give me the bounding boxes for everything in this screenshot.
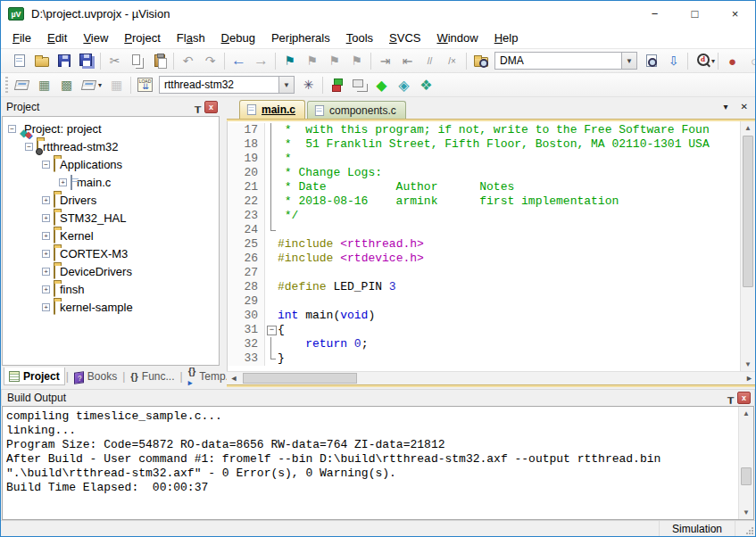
collapse-icon[interactable]: − xyxy=(25,143,33,151)
tree-item-finsh[interactable]: +finsh xyxy=(3,280,219,298)
batch-build-caret-icon[interactable]: ▾ xyxy=(98,81,105,89)
tree-item-cortex-m3[interactable]: +CORTEX-M3 xyxy=(3,244,219,262)
menu-project[interactable]: Project xyxy=(116,29,168,47)
menu-view[interactable]: View xyxy=(75,29,116,47)
editor-horizontal-scrollbar[interactable]: ◄ ► xyxy=(227,371,755,384)
expand-icon[interactable]: + xyxy=(42,232,50,240)
find-in-files-icon[interactable] xyxy=(470,51,491,70)
batch-build-icon[interactable] xyxy=(79,75,99,95)
cut-icon[interactable]: ✂ xyxy=(104,51,125,70)
minimize-button[interactable]: − xyxy=(635,1,675,27)
new-file-icon[interactable] xyxy=(9,51,29,70)
manage-components-icon[interactable] xyxy=(327,75,347,95)
menu-tools[interactable]: Tools xyxy=(338,29,381,47)
previous-bookmark-icon[interactable]: ⚑ xyxy=(302,51,322,70)
find-box-dropdown-icon[interactable]: ▼ xyxy=(621,53,636,69)
paste-icon[interactable] xyxy=(149,51,170,70)
disable-breakpoint-icon[interactable]: ○ xyxy=(744,51,755,70)
file-extensions-icon[interactable] xyxy=(349,75,370,95)
fold-collapse-icon[interactable] xyxy=(265,323,278,337)
editor-hscroll-thumb[interactable] xyxy=(243,373,357,384)
save-all-icon[interactable] xyxy=(76,51,96,70)
expand-icon[interactable]: + xyxy=(42,250,50,258)
close-document-icon[interactable]: ✕ xyxy=(741,102,748,112)
expand-icon[interactable]: + xyxy=(42,303,50,311)
clear-bookmarks-icon[interactable]: ⚑ xyxy=(346,51,367,70)
expand-icon[interactable]: + xyxy=(42,214,50,222)
menu-flash[interactable]: Flash xyxy=(169,29,213,47)
save-icon[interactable] xyxy=(54,51,74,70)
translate-file-icon[interactable] xyxy=(12,75,32,95)
rebuild-all-icon[interactable]: ▩ xyxy=(56,75,77,95)
scroll-left-icon[interactable]: ◄ xyxy=(227,374,241,383)
stop-build-icon[interactable]: ▦ xyxy=(106,75,127,95)
menu-help[interactable]: Help xyxy=(486,29,527,47)
pin-icon[interactable]: ┰ xyxy=(195,102,201,112)
tree-item-kernel-sample[interactable]: +kernel-sample xyxy=(3,298,219,316)
build-scroll-up-icon[interactable]: ▲ xyxy=(739,407,753,420)
menu-file[interactable]: File xyxy=(4,29,39,47)
panel-tab-books[interactable]: Books xyxy=(70,368,121,385)
maximize-button[interactable]: □ xyxy=(675,1,715,27)
pack-installer-icon[interactable]: ❖ xyxy=(416,75,436,95)
expand-icon[interactable]: + xyxy=(42,285,50,293)
find-dialog-icon[interactable] xyxy=(692,51,712,70)
copy-icon[interactable] xyxy=(127,51,147,70)
manage-project-items-icon[interactable]: ◈ xyxy=(394,75,414,95)
editor-vertical-scrollbar[interactable]: ▲ ▼ xyxy=(740,121,755,371)
uncomment-icon[interactable]: /× xyxy=(442,51,462,70)
menu-peripherals[interactable]: Peripherals xyxy=(263,29,338,47)
tree-item-main-c[interactable]: +main.c xyxy=(3,173,219,191)
expand-icon[interactable]: + xyxy=(42,196,50,204)
insert-bookmark-icon[interactable]: ⚑ xyxy=(279,51,300,70)
editor-tab-main-c[interactable]: main.c xyxy=(239,100,305,119)
build-pin-icon[interactable]: ┰ xyxy=(727,392,734,403)
menu-window[interactable]: Window xyxy=(428,29,486,47)
tree-item-rtthread-stm32[interactable]: −rtthread-stm32 xyxy=(3,137,219,155)
navigate-forward-icon[interactable]: → xyxy=(251,51,271,70)
indent-icon[interactable]: ⇥ xyxy=(375,51,395,70)
editor-vscroll-thumb[interactable] xyxy=(743,136,753,287)
build-vscroll-thumb[interactable] xyxy=(741,467,752,485)
menu-debug[interactable]: Debug xyxy=(213,29,263,47)
menu-edit[interactable]: Edit xyxy=(39,29,75,47)
collapse-icon[interactable]: − xyxy=(42,161,50,169)
navigate-back-icon[interactable]: ← xyxy=(228,51,249,70)
build-scroll-down-icon[interactable]: ▼ xyxy=(739,506,753,519)
panel-tab-project[interactable]: Project xyxy=(4,368,65,385)
editor-tab-components-c[interactable]: components.c xyxy=(307,101,406,119)
unindent-icon[interactable]: ⇤ xyxy=(397,51,418,70)
comment-icon[interactable]: // xyxy=(420,51,440,70)
scroll-up-icon[interactable]: ▲ xyxy=(741,121,755,135)
expand-icon[interactable]: + xyxy=(42,268,50,276)
target-select-dropdown-icon[interactable]: ▼ xyxy=(278,77,294,93)
tree-item-stm32-hal[interactable]: +STM32_HAL xyxy=(3,209,219,227)
options-for-target-icon[interactable]: ✳ xyxy=(298,75,319,95)
find-box-combobox[interactable]: DMA▼ xyxy=(494,52,637,70)
download-icon[interactable]: LOAD⇊ xyxy=(135,75,155,95)
search-text-icon[interactable] xyxy=(641,51,661,70)
menu-svcs[interactable]: SVCS xyxy=(381,29,428,47)
undo-icon[interactable]: ↶ xyxy=(178,51,198,70)
build-icon[interactable]: ▦ xyxy=(34,75,54,95)
expand-icon[interactable]: + xyxy=(59,178,67,186)
close-button[interactable]: × xyxy=(715,1,755,27)
vertical-splitter[interactable] xyxy=(220,97,227,387)
tree-item-devicedrivers[interactable]: +DeviceDrivers xyxy=(3,262,219,280)
tree-item-drivers[interactable]: +Drivers xyxy=(3,191,219,209)
target-select-combobox[interactable]: rtthread-stm32▼ xyxy=(159,76,295,94)
collapse-icon[interactable]: − xyxy=(8,125,16,133)
tree-item-applications[interactable]: −Applications xyxy=(3,155,219,173)
tab-list-dropdown-icon[interactable]: ▾ xyxy=(724,102,728,112)
resize-grip[interactable] xyxy=(735,521,755,536)
incremental-find-icon[interactable]: ⇩ xyxy=(663,51,684,70)
next-bookmark-icon[interactable]: ⚑ xyxy=(324,51,345,70)
redo-icon[interactable]: ↷ xyxy=(200,51,220,70)
code-editor[interactable]: 17 * with this program; if not, write to… xyxy=(227,121,755,371)
run-time-environment-icon[interactable]: ◆ xyxy=(371,75,392,95)
toolbar-grip[interactable] xyxy=(5,77,8,93)
close-panel-button[interactable]: x xyxy=(204,101,218,113)
scroll-right-icon[interactable]: ► xyxy=(745,374,753,383)
build-close-button[interactable]: x xyxy=(737,392,751,404)
build-vertical-scrollbar[interactable]: ▲ ▼ xyxy=(738,407,753,519)
